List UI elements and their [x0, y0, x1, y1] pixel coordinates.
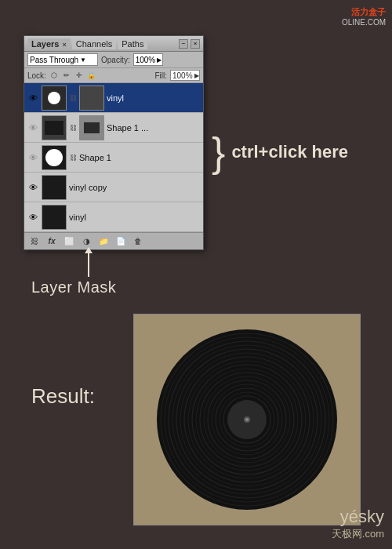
layer-thumb-2	[42, 145, 67, 170]
layer-eye-3[interactable]: 👁	[27, 181, 39, 194]
brace-icon: }	[212, 132, 225, 173]
layer-vinyl-bottom[interactable]: 👁 vinyl	[24, 202, 203, 232]
tab-layers[interactable]: Layers ×	[27, 38, 71, 49]
vinyl-record-svg	[153, 325, 341, 514]
layer-vinyl-copy[interactable]: 👁 vinyl copy	[24, 173, 203, 202]
layer-name-2: Shape 1	[79, 153, 201, 162]
fx-btn[interactable]: fx	[45, 235, 59, 249]
arrow-head	[85, 247, 93, 253]
svg-point-20	[245, 418, 249, 421]
lock-label: Lock:	[27, 71, 46, 80]
watermark-bottom: yésky 天极网.com	[332, 507, 384, 541]
layer-shape1-mask[interactable]: 👁 ⛓ Shape 1 ...	[24, 113, 203, 143]
layers-list: 👁 ⛓ vinyl 👁 ⛓ Shape 1 ... 👁	[24, 83, 203, 232]
layer-eye-2[interactable]: 👁	[27, 151, 39, 164]
watermark-tianji: 天极网.com	[332, 527, 384, 541]
panel-minimize[interactable]: −	[179, 39, 188, 49]
layer-name-4: vinyl	[69, 213, 201, 222]
layer-eye-1[interactable]: 👁	[27, 122, 39, 134]
annotation-arrow	[85, 247, 93, 277]
layer-link-1: ⛓	[69, 124, 77, 132]
panel-close[interactable]: ×	[191, 39, 200, 49]
watermark-top: 活力盒子 OLINE.COM	[342, 6, 386, 27]
tab-paths[interactable]: Paths	[118, 38, 147, 49]
fill-input[interactable]: 100% ▶	[170, 70, 200, 81]
layer-eye-4[interactable]: 👁	[27, 211, 39, 224]
layer-thumb-4	[42, 205, 67, 230]
layer-name-3: vinyl copy	[69, 183, 201, 192]
layers-panel: Layers × Channels Paths − × Pass Through…	[24, 35, 204, 250]
layer-mask-thumb-1	[79, 115, 104, 140]
layer-thumb-3	[42, 175, 67, 200]
lock-transparency-icon[interactable]: ⬡	[49, 71, 59, 80]
watermark-line1: 活力盒子	[342, 6, 386, 18]
watermark-yesky: yésky	[332, 507, 384, 527]
lock-row: Lock: ⬡ ✏ ✛ 🔒 Fill: 100% ▶	[24, 68, 203, 83]
group-btn[interactable]: 📁	[96, 235, 111, 249]
layer-eye-0[interactable]: 👁	[27, 92, 39, 104]
lock-paint-icon[interactable]: ✏	[62, 71, 71, 80]
fill-label: Fill:	[154, 71, 167, 80]
vinyl-result-display	[133, 314, 361, 525]
layer-thumb-0	[42, 85, 67, 111]
panel-tabs: Layers × Channels Paths	[27, 38, 147, 49]
arrow-line	[88, 253, 89, 277]
layer-thumb-1	[42, 115, 67, 140]
blend-mode-row: Pass Through ▼ Opacity: 100% ▶	[24, 52, 203, 68]
layer-mask-label: Layer Mask	[31, 278, 116, 296]
layer-mask-thumb-0	[79, 85, 104, 111]
panel-toolbar: ⛓ fx ⬜ ◑ 📁 📄 🗑	[24, 232, 203, 249]
layer-name-0: vinyl	[107, 93, 201, 103]
ctrl-click-label: } ctrl+click here	[212, 132, 348, 173]
layer-link-0: ⛓	[69, 94, 77, 102]
result-label: Result:	[31, 384, 95, 409]
lock-all-icon[interactable]: 🔒	[87, 71, 96, 80]
mask-btn[interactable]: ⬜	[62, 235, 76, 249]
panel-controls: − ×	[179, 39, 200, 49]
opacity-input[interactable]: 100% ▶	[133, 53, 163, 66]
layer-link-2: ⛓	[69, 154, 77, 162]
lock-move-icon[interactable]: ✛	[74, 71, 84, 80]
blend-mode-select[interactable]: Pass Through ▼	[27, 53, 98, 66]
layer-shape1[interactable]: 👁 ⛓ Shape 1	[24, 143, 203, 173]
new-layer-btn[interactable]: 📄	[114, 235, 128, 249]
opacity-label: Opacity:	[101, 56, 130, 64]
panel-titlebar: Layers × Channels Paths − ×	[24, 36, 203, 52]
delete-layer-btn[interactable]: 🗑	[131, 235, 145, 249]
watermark-line2: OLINE.COM	[342, 18, 386, 27]
tab-channels[interactable]: Channels	[72, 38, 116, 49]
layer-name-1: Shape 1 ...	[107, 123, 201, 133]
adjustment-btn[interactable]: ◑	[79, 235, 93, 249]
link-layers-btn[interactable]: ⛓	[27, 235, 42, 249]
layer-vinyl-active[interactable]: 👁 ⛓ vinyl	[24, 83, 203, 113]
